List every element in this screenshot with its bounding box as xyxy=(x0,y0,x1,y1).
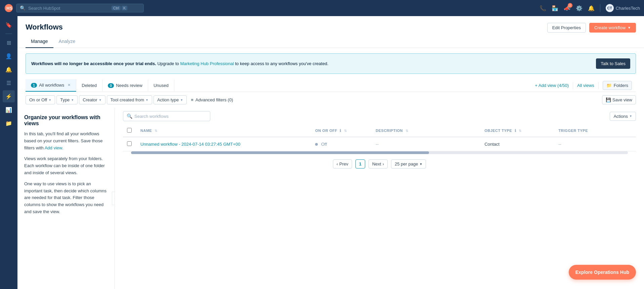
sidebar-item-alerts[interactable]: 🔔 xyxy=(3,63,15,76)
search-input[interactable] xyxy=(28,6,109,11)
next-button[interactable]: Next › xyxy=(369,159,388,168)
sidebar-item-workflows[interactable]: ⚡ xyxy=(3,90,15,102)
search-workflows-bar[interactable]: 🔍 xyxy=(123,111,210,121)
select-all-checkbox[interactable] xyxy=(127,128,132,133)
phone-icon[interactable]: 📞 xyxy=(540,5,546,11)
search-icon: 🔍 xyxy=(20,5,26,11)
on-or-off-filter[interactable]: On or Off ▼ xyxy=(26,95,55,104)
type-label: Type xyxy=(60,97,70,102)
prev-button[interactable]: ‹ Prev xyxy=(333,159,352,168)
add-view-button[interactable]: + Add view (4/50) xyxy=(535,83,569,88)
megaphone-icon[interactable]: 📣 2 xyxy=(564,5,570,11)
workflow-trigger-type-cell: -- xyxy=(554,137,636,151)
chevron-down-icon: ▼ xyxy=(180,98,183,102)
view-unused[interactable]: Unused xyxy=(148,80,174,91)
description-column-header[interactable]: DESCRIPTION ⇅ xyxy=(372,125,480,137)
sort-icon: ⇅ xyxy=(519,129,522,133)
marketplace-icon[interactable]: 🏪 xyxy=(552,5,558,11)
workflow-status-cell: Off xyxy=(311,137,372,151)
svg-text:HS: HS xyxy=(6,6,12,11)
chevron-down-icon: ▼ xyxy=(99,98,102,102)
create-workflow-button[interactable]: Create workflow ▼ xyxy=(589,23,636,33)
add-view-inline-link[interactable]: Add view. xyxy=(45,145,63,150)
row-checkbox[interactable] xyxy=(127,141,132,146)
actions-button[interactable]: Actions ▼ xyxy=(610,112,636,121)
banner-bold: Workflows will no longer be accessible o… xyxy=(31,61,156,66)
talk-to-sales-button[interactable]: Talk to Sales xyxy=(596,58,630,69)
info-icon[interactable]: ℹ xyxy=(340,129,341,133)
name-column-header[interactable]: NAME ⇅ xyxy=(136,125,311,137)
table-container: 🔍 Actions ▼ xyxy=(115,108,644,289)
tab-analyze[interactable]: Analyze xyxy=(53,35,81,48)
save-view-label: Save view xyxy=(612,97,632,102)
description-col-label: DESCRIPTION xyxy=(376,129,403,133)
right-content: 🔍 Actions ▼ xyxy=(115,108,644,289)
on-or-off-column-header[interactable]: ON OR OFF ℹ ⇅ xyxy=(311,125,372,137)
workflows-table: NAME ⇅ ON OR OFF ℹ ⇅ DESCRIPTION xyxy=(123,125,636,151)
creator-filter[interactable]: Creator ▼ xyxy=(79,95,105,104)
sidebar-item-reports[interactable]: 📊 xyxy=(3,104,15,116)
folders-label: Folders xyxy=(614,83,628,88)
panel-body: In this tab, you'll find all your workfl… xyxy=(24,131,108,215)
chevron-left-icon: ‹ xyxy=(337,161,338,166)
settings-icon[interactable]: ⚙️ xyxy=(576,5,583,11)
banner-text: Workflows will no longer be accessible o… xyxy=(31,61,329,66)
tool-created-from-filter[interactable]: Tool created from ▼ xyxy=(107,95,152,104)
workflow-name-link[interactable]: Unnamed workflow - 2024-07-14 03:27:45 G… xyxy=(140,142,240,147)
save-view-button[interactable]: 💾 Save view xyxy=(602,95,636,104)
explore-operations-hub-button[interactable]: Explore Operations Hub xyxy=(569,265,636,280)
status-text: Off xyxy=(321,142,327,147)
advanced-filters-button[interactable]: ≡ Advanced filters (0) xyxy=(188,96,236,104)
views-divider2 xyxy=(598,82,599,89)
page-header: Workflows Edit Properties Create workflo… xyxy=(17,16,644,33)
view-deleted[interactable]: Deleted xyxy=(76,80,102,91)
sidebar-item-grid[interactable]: ⊞ xyxy=(3,37,15,49)
folders-button[interactable]: 📁 Folders xyxy=(603,81,632,90)
chevron-right-icon: › xyxy=(383,161,384,166)
sidebar-item-folders[interactable]: 📁 xyxy=(3,117,15,129)
object-type-column-header[interactable]: OBJECT TYPE ℹ ⇅ xyxy=(480,125,554,137)
view-needs-review[interactable]: 0 Needs review xyxy=(102,80,148,91)
edit-properties-button[interactable]: Edit Properties xyxy=(547,23,586,33)
user-menu[interactable]: CT CharlesTech xyxy=(606,4,640,12)
folder-icon: 📁 xyxy=(606,83,612,88)
workflow-description-cell: -- xyxy=(372,137,480,151)
bell-icon[interactable]: 🔔 xyxy=(588,5,595,11)
type-filter[interactable]: Type ▼ xyxy=(56,95,78,104)
collapse-panel-button[interactable]: « xyxy=(112,192,115,205)
description-value: -- xyxy=(376,142,379,147)
views-divider xyxy=(573,82,573,89)
sidebar-item-contacts[interactable]: 👤 xyxy=(3,50,15,62)
trigger-type-column-header[interactable]: TRIGGER TYPE xyxy=(554,125,636,137)
chevron-down-icon: ▼ xyxy=(145,98,148,102)
banner-upgrade-link[interactable]: Marketing Hub Professional xyxy=(180,61,234,66)
sidebar-item-bookmark[interactable]: 🔖 xyxy=(3,19,15,31)
global-search-bar[interactable]: 🔍 Ctrl K xyxy=(16,4,144,12)
action-type-filter[interactable]: Action type ▼ xyxy=(154,95,187,104)
search-workflows-input[interactable] xyxy=(134,114,207,119)
unused-label: Unused xyxy=(154,83,169,88)
banner-after: to keep access to any workflows you've c… xyxy=(235,61,329,66)
workflow-object-type-cell: Contact xyxy=(480,137,554,151)
app-body: 🔖 ⊞ 👤 🔔 ☰ ⚡ 📊 📁 Workflows Edit Propertie… xyxy=(0,16,644,289)
k-key: K xyxy=(122,6,127,10)
close-view-icon[interactable]: ✕ xyxy=(68,83,71,87)
nav-divider xyxy=(600,4,600,12)
prev-label: Prev xyxy=(339,161,348,166)
chevron-down-icon: ▼ xyxy=(71,98,74,102)
horizontal-scrollbar[interactable] xyxy=(131,151,628,154)
tab-manage[interactable]: Manage xyxy=(26,35,53,48)
chevron-down-icon: ▼ xyxy=(48,98,51,102)
view-all-workflows[interactable]: 1 All workflows ✕ xyxy=(26,79,76,92)
select-all-header xyxy=(123,125,136,137)
info-icon[interactable]: ℹ xyxy=(515,129,516,133)
tool-created-from-label: Tool created from xyxy=(111,97,144,102)
per-page-button[interactable]: 25 per page ▼ xyxy=(391,159,426,168)
panel-para-3: One way to use views is to pick an impor… xyxy=(24,181,108,215)
scrollbar-thumb[interactable] xyxy=(131,151,429,154)
needs-review-count: 0 xyxy=(108,83,114,88)
all-views-button[interactable]: All views xyxy=(577,83,594,88)
hubspot-logo[interactable]: HS xyxy=(4,3,13,13)
sidebar-item-lists[interactable]: ☰ xyxy=(3,77,15,89)
current-page: 1 xyxy=(355,159,365,168)
